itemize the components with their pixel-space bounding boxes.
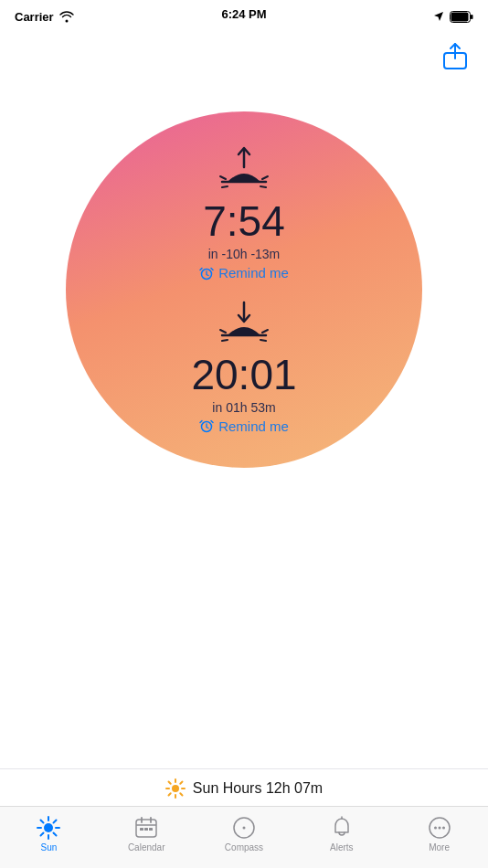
svg-point-48: [438, 826, 440, 829]
svg-line-23: [168, 782, 170, 784]
more-tab-label: More: [429, 842, 450, 852]
svg-line-34: [54, 820, 57, 822]
tab-sun[interactable]: Sun: [0, 816, 98, 852]
compass-tab-icon: [232, 816, 256, 840]
alerts-tab-label: Alerts: [330, 842, 354, 852]
tab-compass[interactable]: Compass: [196, 816, 293, 852]
sun-hours-icon: [165, 778, 186, 799]
svg-line-15: [222, 340, 228, 341]
status-left: Carrier: [15, 10, 74, 24]
sun-tab-icon: [37, 816, 60, 840]
sunrise-event: 7:54 in -10h -13m Remind me: [199, 145, 289, 281]
svg-point-27: [44, 823, 53, 832]
sunset-relative: in 01h 53m: [212, 400, 275, 415]
svg-line-33: [54, 832, 57, 835]
more-tab-icon: [428, 816, 451, 840]
tab-alerts[interactable]: Alerts: [292, 816, 390, 852]
alerts-tab-icon: [330, 816, 354, 840]
svg-rect-1: [451, 12, 469, 21]
status-time: 6:24 PM: [221, 7, 266, 21]
sun-circle-container: 7:54 in -10h -13m Remind me: [0, 111, 488, 468]
status-right: [433, 11, 473, 23]
sunset-time: 20:01: [191, 352, 296, 398]
svg-line-6: [220, 176, 226, 179]
sun-hours-label: Sun Hours 12h 07m: [193, 780, 323, 797]
carrier-label: Carrier: [15, 10, 54, 24]
sun-hours-bar: Sun Hours 12h 07m: [0, 768, 488, 806]
svg-point-47: [434, 826, 437, 829]
sunrise-icon: [215, 145, 273, 196]
calendar-tab-icon: [134, 816, 158, 840]
tab-bar: Sun Calendar Compass: [0, 806, 488, 868]
sunrise-remind-button[interactable]: Remind me: [199, 265, 289, 281]
svg-line-14: [262, 330, 268, 333]
compass-tab-label: Compass: [225, 842, 263, 852]
svg-point-44: [242, 826, 245, 829]
svg-point-18: [172, 785, 179, 792]
svg-line-24: [180, 793, 182, 795]
calendar-tab-label: Calendar: [128, 842, 165, 852]
location-icon: [433, 11, 444, 22]
sunset-event: 20:01 in 01h 53m Remind me: [191, 299, 296, 434]
svg-line-26: [168, 793, 170, 795]
sunrise-relative: in -10h -13m: [208, 247, 281, 261]
svg-rect-42: [149, 828, 153, 831]
sun-circle: 7:54 in -10h -13m Remind me: [66, 111, 422, 468]
svg-line-8: [222, 186, 228, 187]
sunrise-remind-label: Remind me: [218, 265, 289, 281]
sunset-remind-label: Remind me: [218, 418, 289, 434]
svg-point-49: [442, 826, 445, 829]
share-icon: [443, 43, 467, 70]
svg-rect-2: [471, 15, 473, 19]
battery-icon: [450, 11, 473, 23]
svg-rect-40: [140, 828, 143, 831]
tab-calendar[interactable]: Calendar: [98, 816, 196, 852]
svg-line-32: [41, 820, 44, 822]
wifi-icon: [59, 11, 74, 22]
svg-line-25: [180, 782, 182, 784]
tab-more[interactable]: More: [390, 816, 488, 852]
sunset-remind-button[interactable]: Remind me: [199, 418, 289, 434]
share-button[interactable]: [439, 40, 472, 73]
svg-line-13: [220, 330, 226, 333]
alarm-icon-sunrise: [199, 266, 214, 281]
sunrise-time: 7:54: [203, 198, 285, 245]
svg-line-7: [262, 176, 268, 179]
svg-line-35: [41, 832, 44, 835]
sun-tab-label: Sun: [41, 842, 58, 852]
svg-rect-41: [144, 828, 148, 831]
svg-line-9: [260, 186, 266, 187]
status-bar: Carrier 6:24 PM: [0, 0, 488, 29]
sunset-icon: [215, 299, 273, 350]
svg-line-16: [260, 340, 266, 341]
alarm-icon-sunset: [199, 418, 214, 433]
